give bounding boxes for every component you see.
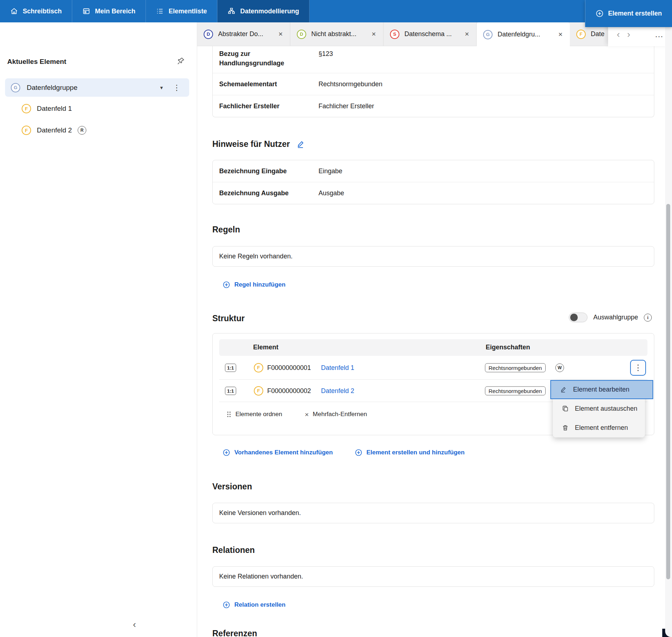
edit-pencil-icon[interactable] (296, 140, 305, 149)
group-type-icon: G (483, 30, 493, 39)
struktur-controls: Auswahlgruppe i (569, 313, 652, 322)
sidebar-item-datenfeld-1[interactable]: F Datenfeld 1 (22, 101, 72, 117)
multi-remove-button[interactable]: × Mehrfach-Entfernen (305, 411, 367, 418)
create-and-add-element-button[interactable]: Element erstellen und hinzufügen (355, 449, 465, 457)
auswahlgruppe-label: Auswahlgruppe (593, 314, 638, 321)
element-name-link[interactable]: Datenfeld 1 (321, 364, 354, 371)
element-name-link[interactable]: Datenfeld 2 (321, 387, 354, 394)
element-detail-panel: Bezug zur Handlungsgrundlage §123 Schema… (197, 46, 666, 637)
detail-value: Fachlicher Ersteller (318, 101, 374, 111)
element-id: F00000000001 (267, 364, 311, 371)
close-icon[interactable]: × (558, 30, 563, 39)
hinweise-card: Bezeichnung Eingabe Eingabe Bezeichnung … (212, 160, 654, 204)
home-icon (10, 7, 18, 15)
hinweise-row: Bezeichnung Ausgabe Ausgabe (213, 182, 654, 204)
kebab-menu-icon[interactable]: ⋮ (170, 83, 183, 92)
w-status-badge: W (555, 363, 564, 372)
sitemap-icon (227, 7, 235, 15)
scrollbar-track (665, 22, 672, 637)
tree-item-label: Datenfeld 2 (37, 126, 72, 134)
document-type-icon: D (297, 30, 306, 39)
scrollbar-thumb[interactable] (666, 204, 670, 579)
row-context-menu: Element bearbeiten Element austauschen E… (553, 381, 645, 437)
tab-datenschema[interactable]: S Datenschema ... × (383, 22, 477, 46)
create-element-label: Element erstellen (608, 10, 662, 17)
add-rule-button[interactable]: Regel hinzufügen (222, 281, 286, 289)
versionen-card: Keine Versionen vorhanden. (212, 503, 654, 523)
hinweise-label: Bezeichnung Eingabe (219, 166, 318, 176)
datenmodellierung-app: { "app": { "accent_blue": "#1a70c0", "ac… (0, 0, 672, 637)
detail-value: §123 (318, 49, 333, 58)
field-type-icon: F (22, 126, 31, 135)
toggle-knob (570, 314, 578, 321)
workspace-icon (82, 7, 90, 15)
plus-circle-icon (222, 449, 230, 457)
tree-item-label: Datenfeld 1 (37, 105, 72, 113)
more-tabs-icon[interactable]: … (655, 29, 664, 39)
plus-circle-icon (355, 449, 363, 457)
tab-datenfeldgruppe-active[interactable]: G Datenfeldgru... × (477, 22, 570, 47)
list-icon (156, 7, 164, 15)
selected-element-label: Datenfeldgruppe (27, 84, 78, 92)
document-type-icon: D (204, 30, 213, 39)
sidebar-item-datenfeld-2[interactable]: F Datenfeld 2 R (22, 122, 86, 138)
sidebar-item-datenfeldgruppe[interactable]: G Datenfeldgruppe ▾ ⋮ (5, 78, 189, 97)
row-actions-kebab-button[interactable]: ⋮ (630, 360, 646, 376)
pencil-icon (560, 386, 567, 393)
group-type-icon: G (11, 83, 20, 92)
tab-abstrakter-do[interactable]: D Abstrakter Do... × (197, 22, 290, 46)
hinweise-value: Eingabe (318, 166, 342, 176)
hinweise-value: Ausgabe (318, 188, 344, 198)
chevron-right-icon[interactable]: › (624, 30, 634, 39)
chevron-down-icon[interactable]: ▾ (158, 84, 165, 91)
relationen-card: Keine Relationen vorhanden. (212, 566, 654, 587)
detail-row: Fachlicher Ersteller Fachlicher Erstelle… (213, 95, 654, 117)
pin-icon[interactable] (175, 56, 186, 66)
menu-item-element-austauschen[interactable]: Element austauschen (553, 399, 645, 418)
hinweise-label: Bezeichnung Ausgabe (219, 188, 318, 198)
sidebar-title: Aktuelles Element (7, 58, 66, 66)
detail-label: Fachlicher Ersteller (219, 101, 318, 111)
info-icon[interactable]: i (644, 314, 652, 322)
nav-item-datenmodellierung[interactable]: Datenmodellierung (217, 0, 309, 22)
nav-item-label: Schreibtisch (23, 8, 62, 15)
field-type-icon: F (576, 30, 586, 39)
menu-item-element-entfernen[interactable]: Element entfernen (553, 418, 645, 437)
nav-item-label: Datenmodellierung (240, 8, 299, 15)
struktur-add-links: Vorhandenes Element hinzufügen Element e… (222, 449, 465, 457)
sidebar-collapse-icon[interactable]: ‹ (133, 620, 136, 629)
section-heading-referenzen: Referenzen (212, 629, 257, 637)
drag-handle-icon (226, 411, 231, 418)
nav-item-mein-bereich[interactable]: Mein Bereich (72, 0, 146, 22)
regeln-empty-text: Keine Regeln vorhanden. (213, 246, 654, 266)
cardinality-badge: 1:1 (225, 387, 236, 395)
schema-type-icon: S (390, 30, 399, 39)
field-type-icon: F (22, 104, 31, 113)
detail-row: Bezug zur Handlungsgrundlage §123 (213, 46, 654, 73)
create-element-button[interactable]: Element erstellen (585, 0, 672, 27)
element-details-card: Bezug zur Handlungsgrundlage §123 Schema… (212, 46, 654, 117)
field-type-icon: F (254, 386, 263, 396)
r-status-badge: R (78, 126, 86, 135)
copy-icon (562, 405, 569, 412)
nav-item-elementliste[interactable]: Elementliste (146, 0, 217, 22)
menu-item-element-bearbeiten[interactable]: Element bearbeiten (550, 380, 653, 399)
close-icon[interactable]: × (464, 30, 470, 38)
close-icon[interactable]: × (371, 30, 377, 38)
struktur-table-header: Element Eigenschaften (219, 339, 647, 356)
nav-item-label: Elementliste (169, 8, 207, 15)
hinweise-row: Bezeichnung Eingabe Eingabe (213, 160, 654, 182)
detail-value: Rechtsnormgebunden (318, 79, 382, 89)
order-elements-button[interactable]: Elemente ordnen (226, 411, 282, 418)
add-existing-element-button[interactable]: Vorhandenes Element hinzufügen (222, 449, 333, 457)
plus-circle-icon (222, 281, 230, 289)
tab-nicht-abstrakt[interactable]: D Nicht abstrakt... × (290, 22, 383, 46)
auswahlgruppe-toggle[interactable] (569, 313, 588, 322)
create-relation-button[interactable]: Relation erstellen (222, 601, 286, 609)
plus-circle-icon (222, 601, 230, 609)
chevron-left-icon[interactable]: ‹ (613, 30, 624, 39)
section-heading-hinweise: Hinweise für Nutzer (212, 139, 305, 149)
nav-item-schreibtisch[interactable]: Schreibtisch (0, 0, 72, 22)
close-icon[interactable]: × (278, 30, 283, 38)
detail-row: Schemaelementart Rechtsnormgebunden (213, 73, 654, 95)
